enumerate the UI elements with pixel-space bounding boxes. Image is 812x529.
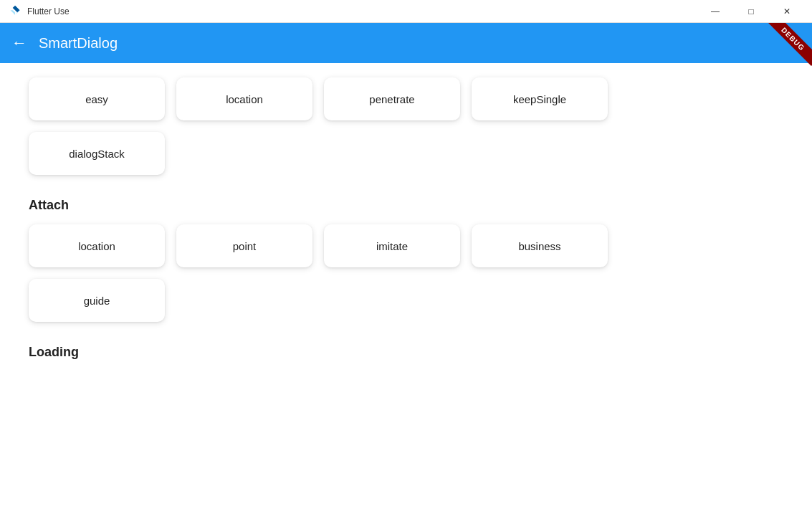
close-button[interactable]: ✕ bbox=[770, 0, 803, 23]
svg-marker-1 bbox=[11, 10, 15, 14]
top-button-row-2: dialogStack bbox=[29, 132, 783, 175]
penetrate-button[interactable]: penetrate bbox=[324, 77, 460, 120]
app-bar-title: SmartDialog bbox=[39, 35, 118, 52]
attach-location-button[interactable]: location bbox=[29, 224, 165, 267]
dialogstack-button[interactable]: dialogStack bbox=[29, 132, 165, 175]
attach-button-row-2: guide bbox=[29, 279, 783, 322]
title-bar-title: Flutter Use bbox=[27, 6, 70, 16]
attach-imitate-button[interactable]: imitate bbox=[324, 224, 460, 267]
top-button-row-1: easy location penetrate keepSingle bbox=[29, 77, 783, 120]
easy-button[interactable]: easy bbox=[29, 77, 165, 120]
title-bar: Flutter Use — □ ✕ bbox=[0, 0, 812, 23]
attach-point-button[interactable]: point bbox=[176, 224, 312, 267]
attach-guide-button[interactable]: guide bbox=[29, 279, 165, 322]
attach-business-button[interactable]: business bbox=[472, 224, 608, 267]
content-area: easy location penetrate keepSingle dialo… bbox=[0, 63, 812, 529]
app-bar: ← SmartDialog bbox=[0, 23, 812, 63]
minimize-button[interactable]: — bbox=[699, 0, 732, 23]
loading-section-label: Loading bbox=[29, 345, 783, 360]
keepsingle-button[interactable]: keepSingle bbox=[472, 77, 608, 120]
location-button-top[interactable]: location bbox=[176, 77, 312, 120]
maximize-button[interactable]: □ bbox=[735, 0, 768, 23]
attach-section-label: Attach bbox=[29, 198, 783, 213]
attach-button-row-1: location point imitate business bbox=[29, 224, 783, 267]
flutter-logo-icon bbox=[9, 5, 22, 18]
title-bar-controls: — □ ✕ bbox=[699, 0, 803, 23]
back-button[interactable]: ← bbox=[11, 34, 27, 52]
title-bar-left: Flutter Use bbox=[9, 5, 70, 18]
